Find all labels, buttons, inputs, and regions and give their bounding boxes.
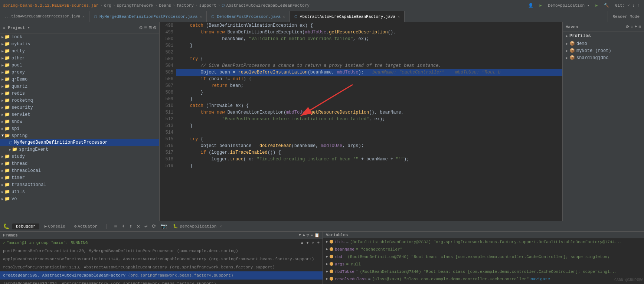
maven-download[interactable]: ⬇ <box>631 25 633 29</box>
tab-1-label: MyMergedBeanDefinitionPostProcessor.java <box>99 14 197 19</box>
reader-mode-toggle[interactable]: Reader Mode <box>608 11 644 22</box>
maven-add[interactable]: + <box>635 25 637 29</box>
tree-item-timer[interactable]: ▶📁timer <box>0 174 159 181</box>
navigate-link[interactable]: Navigate <box>530 276 550 282</box>
var-resolvedClass-expand[interactable]: ▶ <box>326 276 328 282</box>
user-icon[interactable]: 👤 <box>527 2 535 9</box>
evaluate[interactable]: ↩ <box>143 222 149 230</box>
debug-controls: ≡ ⬇ ⬆ ✕ ↩ ⟳ 📷 <box>112 222 169 230</box>
frame-item-4[interactable]: lambda$doGetBean$0:324, AbstractBeanFact… <box>0 280 323 284</box>
var-args-expand[interactable]: ▶ <box>326 261 328 267</box>
frame-item-3[interactable]: createBean:505, AbstractAutowireCapableB… <box>0 271 323 280</box>
top-bar: spring-beans-5.2.12.RELEASE-sources.jar … <box>0 0 644 11</box>
step-over[interactable]: ≡ <box>112 223 118 230</box>
tree-item-spring[interactable]: ▼📂spring <box>0 132 159 139</box>
sidebar-tool-2[interactable]: ≡ <box>144 25 147 31</box>
tab-2-close[interactable]: ✕ <box>283 14 285 19</box>
sidebar-tool-3[interactable]: ⊟ <box>148 25 151 31</box>
line-516: Object beanInstance = doCreateBean(beanN… <box>176 143 562 149</box>
frame-2-text: resolveBeforeInstantiation:1113, Abstrac… <box>3 265 275 270</box>
debug-app-label: DemoApplication <box>180 224 216 229</box>
resume[interactable]: ⟳ <box>150 222 158 230</box>
step-into[interactable]: ⬇ <box>120 222 126 230</box>
frame-more[interactable]: + <box>317 240 320 246</box>
tab-3-close[interactable]: ✕ <box>398 14 400 19</box>
tree-item-thread[interactable]: ▶📁thread <box>0 160 159 167</box>
run-icon[interactable]: ▶ <box>538 2 543 9</box>
frame-up[interactable]: ▲ <box>301 240 304 246</box>
frame-item-1[interactable]: applyBeanPostProcessorsBeforeInstantiati… <box>0 255 323 263</box>
tab-3[interactable]: ⬡ AbstractAutowireCapableBeanFactory.jav… <box>290 11 405 22</box>
tree-item-quartz[interactable]: ▶📁quartz <box>0 83 159 90</box>
tab-0[interactable]: ...tionAwareBeanPostProcessor.java ✕ <box>0 11 89 22</box>
maven-item-shardingjdbc[interactable]: ▶ 📦 shardingjdbc <box>563 54 644 61</box>
tab-1[interactable]: ⬡ MyMergedBeanDefinitionPostProcessor.ja… <box>89 11 207 22</box>
step-out[interactable]: ⬆ <box>128 222 134 230</box>
line-510: catch (Throwable ex) { <box>176 102 562 109</box>
tree-item-pool[interactable]: ▶📁pool <box>0 62 159 69</box>
frames-filter[interactable]: ▽ <box>307 233 309 238</box>
git-icon[interactable]: Git: ✓ ↓ ↑ <box>614 2 641 9</box>
frame-item-0[interactable]: postProcessBeforeInstantiation:30, MyMer… <box>0 247 323 255</box>
tree-item-study[interactable]: ▶📁study <box>0 153 159 160</box>
maven-item-demo[interactable]: ▶ 📦 demo <box>563 40 644 47</box>
debug-tab-actuator[interactable]: ⚙Actuator <box>71 223 101 229</box>
tree-item-qrDemo[interactable]: ▶📁qrDemo <box>0 76 159 83</box>
frame-down[interactable]: ▼ <box>306 240 309 246</box>
tree-item-servlet[interactable]: ▶📁servlet <box>0 111 159 118</box>
reader-mode-label: Reader Mode <box>612 14 640 19</box>
tree-item-security[interactable]: ▶📁security <box>0 104 159 111</box>
line-501: } <box>176 42 562 49</box>
tab-2[interactable]: ⬡ DemoBeanPostProcessor.java ✕ <box>207 11 290 22</box>
actuator-icon: ⚙ <box>74 224 77 229</box>
tree-item-other[interactable]: ▶📁other <box>0 55 159 62</box>
run-to-cursor[interactable]: ✕ <box>135 222 141 230</box>
debug-app-tag: 🐛 DemoApplication ✕ <box>170 224 225 229</box>
frames-settings[interactable]: ≡ <box>310 233 313 238</box>
var-this-expand[interactable]: ▶ <box>326 239 328 245</box>
tree-item-mybatis[interactable]: ▶📁mybatis <box>0 40 159 48</box>
tree-item-utils[interactable]: ▶📁utils <box>0 188 159 195</box>
maven-settings[interactable]: m <box>638 25 641 29</box>
tab-0-close[interactable]: ✕ <box>82 14 85 19</box>
tree-item-redis[interactable]: ▶📁redis <box>0 90 159 97</box>
debug-tab-debugger[interactable]: Debugger <box>12 223 39 229</box>
var-mbd-expand[interactable]: ▶ <box>326 254 328 260</box>
tree-item-vo[interactable]: ▶📁vo <box>0 195 159 202</box>
var-beanName: ▶ beanName = "cacheController" <box>323 246 644 253</box>
var-mbdToUse-expand[interactable]: ▶ <box>326 269 328 275</box>
sidebar-tool-1[interactable]: ⚙ <box>139 25 142 31</box>
tree-item-lock[interactable]: ▶📁lock <box>0 33 159 40</box>
line-513: } <box>176 123 562 129</box>
sidebar-tool-4[interactable]: ⚙ <box>153 25 156 31</box>
play-icon[interactable]: ▶ <box>594 2 599 9</box>
tree-item-transactional[interactable]: ▶📁transactional <box>0 181 159 188</box>
debug-tab-console[interactable]: ▶Console <box>41 223 69 229</box>
frames-tool-1[interactable]: ▼ <box>299 233 301 238</box>
tree-item-rocketmq[interactable]: ▶📁rocketmq <box>0 97 159 104</box>
tree-item-snow[interactable]: ▶📁snow <box>0 118 159 125</box>
build-icon[interactable]: 🔨 <box>602 2 611 9</box>
frame-filter-btn[interactable]: ▽ <box>312 240 314 246</box>
top-right-tools: 👤 ▶ DemoApplication ▾ ▶ 🔨 Git: ✓ ↓ ↑ <box>527 2 641 9</box>
tree-item-mymerged[interactable]: ⬡MyMergedBeanDefinitionPostProcessor <box>0 139 159 146</box>
maven-item-mynote[interactable]: ▶ 📦 myNote (root) <box>563 47 644 54</box>
maven-refresh[interactable]: ⟳ <box>626 25 629 29</box>
tree-item-netty[interactable]: ▶📁netty <box>0 48 159 55</box>
app-selector[interactable]: DemoApplication ▾ <box>546 2 591 9</box>
frame-item-2[interactable]: resolveBeforeInstantiation:1113, Abstrac… <box>0 263 323 271</box>
tab-1-close[interactable]: ✕ <box>200 14 202 19</box>
frame-item-main[interactable]: ✓ "main"@1 in group "main": RUNNING ▲ ▼ … <box>0 239 323 247</box>
tree-item-proxy[interactable]: ▶📁proxy <box>0 69 159 76</box>
bottom-panel: 🐛 Debugger ▶Console ⚙Actuator | ≡ ⬇ ⬆ ✕ … <box>0 221 644 284</box>
frames-toolbar: ▼ ▲ ▽ ≡ 📋 <box>299 233 320 238</box>
tree-item-threadlocal[interactable]: ▶📁threadlocal <box>0 167 159 174</box>
tree-item-springevent[interactable]: ▶📁springEvent <box>0 146 159 153</box>
frames-copy[interactable]: 📋 <box>314 233 320 238</box>
code-area[interactable]: 498499500501502 503504505506507 50850951… <box>160 22 562 221</box>
debug-close[interactable]: ✕ <box>219 224 222 229</box>
frames-tool-2[interactable]: ▲ <box>303 233 305 238</box>
mute-breakpoints[interactable]: 📷 <box>159 222 169 230</box>
tree-item-spi[interactable]: ▶📁spi <box>0 125 159 132</box>
var-beanName-expand[interactable]: ▶ <box>326 247 328 252</box>
